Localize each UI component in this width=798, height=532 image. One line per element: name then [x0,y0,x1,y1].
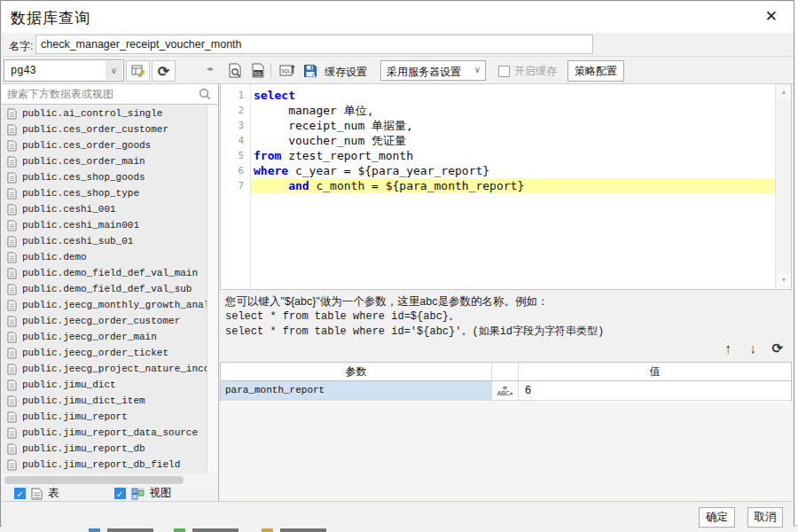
sql-text: c_year = ${para_year_report} [288,164,489,177]
list-item-table[interactable]: public.demo_field_def_val_sub [2,281,218,297]
hint-line: select * from table where id='${abc}'。(如… [225,325,784,340]
code-text: from ztest_report_month [254,148,774,163]
list-item-table[interactable]: public.ces_shop_type [2,185,218,201]
table-search-box [2,84,218,105]
list-item-table[interactable]: public.jimu_report_data_source [2,425,218,441]
table-doc-icon [7,379,17,391]
save-button[interactable] [301,61,320,80]
table-doc-icon [7,220,17,231]
sql-line[interactable]: 1select [221,88,774,103]
list-item-table[interactable]: public.ai_control_single [2,106,218,121]
panel-collapse-handle[interactable]: ◂▸ [207,65,214,73]
enable-cache-checkbox[interactable] [498,66,510,77]
view-filter-checkbox[interactable]: ✓ [114,488,126,499]
sql-document-button[interactable]: SQL [248,61,268,80]
move-down-icon[interactable]: ↓ [750,340,757,356]
sql-text: manager 单位, [254,104,374,117]
list-item-table[interactable]: public.demo_field_def_val_main [2,265,218,281]
table-filter-checkbox[interactable]: ✓ [14,488,26,499]
code-text: manager 单位, [254,103,774,118]
refresh-datasource-button[interactable]: ⟳ [152,60,176,82]
list-item-table[interactable]: public.jeecg_project_nature_incom [2,361,218,377]
list-item-table[interactable]: public.ceshi_main001 [2,217,218,233]
sql-line[interactable]: 5from ztest_report_month [221,148,774,163]
sql-keyword: from [254,149,281,162]
datasource-select[interactable]: pg43 ∨ [4,59,124,82]
chevron-down-icon: ∨ [474,65,481,74]
line-number: 5 [221,148,244,163]
param-name-cell[interactable]: para_month_report [221,381,492,400]
database-query-dialog: 数据库查询 ✕ 名字: pg43 ∨ [0,0,794,527]
table-name: public.jimu_dict_item [22,395,145,406]
parameter-hint: 您可以键入"${abc}"做为一个参数，这里abc是参数的名称。例如：selec… [225,294,784,340]
list-item-table[interactable]: public.ces_order_customer [2,121,218,137]
list-item-table[interactable]: public.ceshi_sub_01 [2,233,218,249]
param-type-selector[interactable]: ≋ABC▾ [492,381,519,400]
list-item-table[interactable]: public.jeecg_order_main [2,329,218,345]
table-name: public.jimu_dict [22,379,116,390]
chevron-down-icon[interactable]: ∨ [106,61,122,80]
table-doc-icon [7,284,17,295]
code-text: voucher_num 凭证量 [254,133,774,148]
sql-line[interactable]: 4 voucher_num 凭证量 [221,133,774,148]
filter-row: ✓ 表 ✓ [2,486,218,501]
table-doc-icon [7,172,17,184]
list-item-table[interactable]: public.jeecg_order_customer [2,313,218,329]
save-icon [303,64,317,78]
list-item-table[interactable]: public.ces_order_goods [2,137,218,153]
list-item-table[interactable]: public.ces_shop_goods [2,169,218,185]
toolbar: pg43 ∨ ⟳ ◂▸ [2,57,794,84]
table-list-scrollbar[interactable] [207,106,218,473]
list-item-table[interactable]: public.jeecg_monthly_growth_analy [2,297,218,313]
list-item-table[interactable]: public.jeecg_order_ticket [2,345,218,361]
table-name: public.jimu_report_data_source [22,427,198,438]
policy-config-button[interactable]: 策略配置 [567,60,624,82]
import-sql-button[interactable]: SQL [278,61,297,80]
table-name: public.ces_shop_goods [22,172,145,183]
list-item-table[interactable]: public.jimu_dict [2,377,218,393]
sql-editor[interactable]: 1select2 manager 单位,3 receipt_num 单据量,4 … [220,84,792,290]
sql-line[interactable]: 7 and c_month = ${para_month_report} [221,178,774,193]
sql-line[interactable]: 2 manager 单位, [221,103,774,118]
backdrop-legend-item [262,528,326,532]
list-item-table[interactable]: public.jimu_dict_item [2,393,218,409]
cancel-button[interactable]: 取消 [747,507,783,528]
dialog-title: 数据库查询 [11,8,90,28]
scroll-up-icon[interactable]: ▲ [777,85,791,99]
table-doc-icon [7,395,17,407]
sql-line[interactable]: 3 receipt_num 单据量, [221,118,774,133]
table-name: public.ceshi_main001 [22,220,139,231]
list-item-table[interactable]: public.jimu_report_db_field [2,457,218,473]
scroll-down-icon[interactable]: ▼ [777,273,791,287]
table-edit-icon [131,65,145,77]
code-text: select [254,88,774,103]
table-name: public.ai_control_single [22,108,162,119]
list-item-table[interactable]: public.ces_order_main [2,153,218,169]
test-connection-button[interactable] [126,60,150,82]
list-item-table[interactable]: public.demo [2,249,218,265]
hscrollbar-thumb[interactable] [4,476,184,484]
close-icon[interactable]: ✕ [765,7,778,26]
list-item-table[interactable]: public.jimu_report [2,409,218,425]
table-search-input[interactable] [2,84,197,104]
table-name: public.jeecg_order_main [22,332,157,342]
move-up-icon[interactable]: ↑ [725,340,732,356]
refresh-params-icon[interactable]: ⟳ [771,340,783,356]
cache-mode-select[interactable]: 采用服务器设置 ∨ [380,60,486,81]
ok-button[interactable]: 确定 [699,507,735,528]
table-doc-icon [7,332,17,343]
param-controls: ↑ ↓ ⟳ [220,340,792,360]
table-doc-icon [7,156,17,168]
sql-line[interactable]: 6where c_year = ${para_year_report} [221,163,774,178]
param-value-cell[interactable]: 6 [519,381,791,400]
query-name-input[interactable] [35,35,593,54]
table-doc-icon [7,427,17,439]
tables-sidebar: public.ai_control_singlepublic.ces_order… [2,84,219,501]
list-item-table[interactable]: public.ceshi_001 [2,201,218,217]
legend-swatch [262,528,273,532]
preview-sql-button[interactable] [225,61,245,80]
legend-text-fragment [280,528,326,532]
list-item-table[interactable]: public.jimu_report_db [2,441,218,457]
editor-scrollbar[interactable]: ▲ ▼ [775,84,791,288]
table-list-hscrollbar[interactable] [2,474,218,486]
